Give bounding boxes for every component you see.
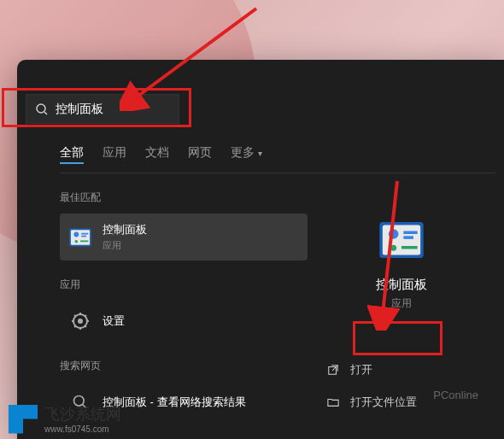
open-icon — [326, 363, 340, 377]
svg-point-10 — [78, 319, 83, 324]
control-panel-icon — [378, 216, 425, 264]
result-title: 控制面板 — [103, 222, 147, 237]
svg-rect-3 — [71, 230, 90, 245]
svg-line-21 — [332, 366, 337, 371]
tab-web[interactable]: 网页 — [188, 145, 212, 164]
result-title: 设置 — [103, 313, 125, 329]
watermark-logo-icon — [9, 405, 38, 434]
tab-documents[interactable]: 文档 — [145, 145, 169, 164]
svg-point-18 — [390, 245, 396, 251]
tab-apps[interactable]: 应用 — [103, 145, 126, 164]
start-search-panel: 全部 应用 文档 网页 更多▾ 最佳匹配 — [17, 60, 504, 439]
result-title: 控制面板 - 查看网络搜索结果 — [103, 395, 246, 410]
tab-more[interactable]: 更多▾ — [231, 145, 262, 164]
tab-all[interactable]: 全部 — [60, 145, 84, 164]
folder-icon — [326, 395, 340, 409]
action-open[interactable]: 打开 — [316, 354, 487, 386]
result-subtitle: 应用 — [103, 239, 147, 252]
detail-subtitle: 应用 — [316, 296, 487, 311]
action-label: 打开 — [350, 362, 372, 378]
svg-rect-16 — [403, 231, 417, 235]
section-apps-label: 应用 — [60, 278, 308, 292]
filter-tabs: 全部 应用 文档 网页 更多▾ — [60, 145, 495, 173]
result-settings[interactable]: 设置 — [60, 301, 308, 342]
action-label: 打开文件位置 — [350, 395, 417, 410]
search-input[interactable] — [56, 102, 205, 116]
search-icon — [35, 102, 49, 116]
results-list: 最佳匹配 控制面板 — [17, 190, 308, 439]
detail-panel: 控制面板 应用 打开 打开文件位置 — [308, 190, 504, 439]
svg-rect-6 — [81, 235, 86, 237]
detail-title: 控制面板 — [316, 277, 487, 293]
svg-line-1 — [44, 112, 47, 114]
search-bar[interactable] — [26, 94, 179, 124]
watermark-pconline: PConline — [433, 389, 478, 401]
chevron-down-icon: ▾ — [258, 149, 262, 158]
svg-rect-17 — [403, 236, 413, 239]
svg-point-7 — [75, 239, 79, 243]
section-best-match-label: 最佳匹配 — [60, 190, 308, 205]
section-websearch-label: 搜索网页 — [60, 359, 308, 373]
svg-rect-8 — [80, 240, 88, 242]
svg-point-4 — [73, 231, 79, 237]
result-control-panel[interactable]: 控制面板 应用 — [60, 214, 308, 260]
svg-point-0 — [37, 104, 45, 113]
gear-icon — [68, 309, 92, 333]
watermark-feisha: 飞沙系统网 www.fs0745.com — [9, 404, 121, 434]
watermark-text: 飞沙系统网 — [44, 404, 121, 424]
svg-point-15 — [389, 229, 399, 239]
svg-rect-5 — [81, 232, 88, 234]
svg-rect-14 — [383, 225, 420, 255]
control-panel-icon — [68, 225, 92, 249]
watermark-url: www.fs0745.com — [44, 424, 121, 434]
svg-rect-19 — [401, 246, 418, 249]
